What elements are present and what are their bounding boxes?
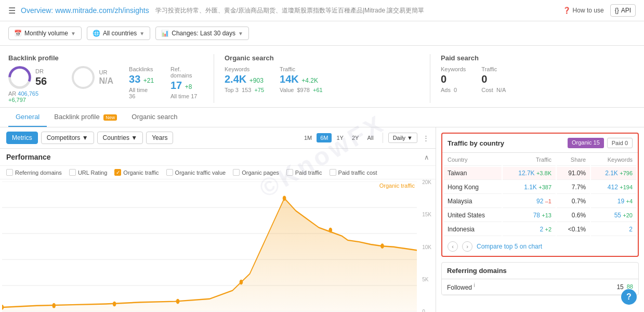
more-options-btn[interactable]: ⋮	[423, 134, 429, 142]
tab-organic-search[interactable]: Organic search	[124, 108, 185, 127]
keywords-cell: 19 +4	[591, 195, 637, 208]
share-cell: 0.6%	[557, 209, 590, 222]
ref-followed-row: Followed i 15 88	[442, 279, 638, 295]
svg-point-14	[283, 196, 286, 201]
chevron-down-icon: ▼	[71, 31, 76, 36]
how-to-use-btn[interactable]: ❓ How to use	[563, 7, 604, 14]
checkbox-paid-traffic-cost[interactable]: Paid traffic cost	[330, 169, 377, 176]
countries-btn[interactable]: Countries ▼	[97, 132, 143, 144]
performance-header: Performance ∧	[0, 149, 436, 166]
keywords-cell: 2	[591, 223, 637, 236]
prev-page-btn[interactable]: ‹	[448, 241, 458, 252]
country-cell: Indonesia	[443, 223, 502, 236]
svg-point-13	[240, 280, 243, 285]
tbc-organic-tab[interactable]: Organic 15	[568, 138, 604, 148]
question-icon: ❓	[563, 7, 571, 14]
cb-box-organic-traffic-value	[166, 169, 173, 176]
checkbox-url-rating[interactable]: URL Rating	[69, 169, 107, 176]
time-6m-btn[interactable]: 6M	[317, 133, 332, 142]
ref-domains-stat: Ref. domains 17 +8 All time 17	[170, 66, 203, 99]
backlink-stats-row: DR 56 AR 406,765 +6,797 UR N/A	[8, 66, 203, 103]
paid-search-group: Paid search Keywords 0 Ads 0 Traffic 0 C…	[441, 54, 636, 103]
backlinks-stat: Backlinks 33 +21 All time 36	[129, 66, 155, 99]
ref-domains-header: Referring domains	[442, 263, 638, 279]
y-axis-labels: 20K 15K 10K 5K 0	[422, 179, 431, 312]
compare-chart-link[interactable]: Compare top 5 on chart	[477, 243, 542, 250]
chart-toolbar: Metrics Competitors ▼ Countries ▼ Years …	[0, 127, 436, 149]
tbc-header: Traffic by country Organic 15 Paid 0	[442, 134, 638, 153]
col-country: Country	[443, 154, 502, 166]
metric-checkboxes: Referring domains URL Rating Organic tra…	[0, 166, 436, 179]
table-row: United States 78 +13 0.6% 55 +20	[443, 209, 637, 222]
content-area: Metrics Competitors ▼ Countries ▼ Years …	[0, 127, 644, 312]
tbc-title: Traffic by country	[448, 139, 568, 147]
time-1m-btn[interactable]: 1M	[300, 133, 316, 142]
cb-box-organic-traffic	[114, 169, 121, 176]
tbc-paid-tab[interactable]: Paid 0	[607, 138, 633, 148]
traffic-cell: 2 +2	[503, 223, 556, 236]
right-panel: Traffic by country Organic 15 Paid 0 Cou…	[436, 127, 644, 312]
dr-stat: DR 56 AR 406,765 +6,797	[8, 66, 56, 103]
ref-followed-label: Followed i	[447, 282, 616, 291]
collapse-btn[interactable]: ∧	[424, 153, 429, 161]
years-btn[interactable]: Years	[146, 132, 173, 144]
svg-point-11	[113, 302, 116, 307]
filter-bar: 📅 Monthly volume ▼ 🌐 All countries ▼ 📊 C…	[0, 21, 644, 46]
nav-right: ❓ How to use {} API	[563, 4, 636, 17]
tab-backlink-profile[interactable]: Backlink profile New	[47, 108, 124, 127]
next-page-btn[interactable]: ›	[462, 241, 472, 252]
table-row: Taiwan 12.7K +3.8K 91.0% 2.1K +796	[443, 167, 637, 180]
checkbox-organic-pages[interactable]: Organic pages	[233, 169, 279, 176]
traffic-cell: 92 –1	[503, 195, 556, 208]
organic-traffic-chart-label: Organic traffic	[379, 183, 415, 189]
keywords-cell: 412 +194	[591, 181, 637, 194]
cb-box-referring	[6, 169, 13, 176]
dr-donut-chart	[8, 66, 31, 89]
monthly-volume-filter[interactable]: 📅 Monthly volume ▼	[8, 27, 82, 40]
chevron-down-icon: ▼	[407, 135, 413, 141]
page-title: Overview: www.mitrade.com/zh/insights	[21, 6, 149, 15]
svg-point-12	[176, 299, 180, 304]
page-subtitle: 学习投资比特常、外匯、黄金/原油商品期货、道瓊斯股票指数等近百種產品|Mitra…	[155, 6, 563, 15]
tab-general[interactable]: General	[8, 108, 47, 127]
metrics-btn[interactable]: Metrics	[6, 132, 38, 144]
countries-filter[interactable]: 🌐 All countries ▼	[87, 27, 150, 40]
cb-box-url-rating	[69, 169, 76, 176]
organic-search-group: Organic search Keywords 2.4K +903 Top 3 …	[225, 54, 419, 103]
daily-btn[interactable]: Daily ▼	[388, 133, 417, 143]
time-range-buttons: 1M 6M 1Y 2Y All	[300, 133, 377, 142]
tbc-tabs: Organic 15 Paid 0	[568, 138, 633, 148]
chevron-down-icon: ▼	[82, 134, 88, 141]
country-cell: United States	[443, 209, 502, 222]
changes-icon: 📊	[161, 30, 169, 37]
tbc-footer: ‹ › Compare top 5 on chart	[442, 237, 638, 256]
backlink-profile-title: Backlink profile	[8, 54, 203, 62]
dr-value-group: DR 56	[35, 68, 47, 87]
time-all-btn[interactable]: All	[363, 133, 377, 142]
api-button[interactable]: {} API	[610, 4, 636, 17]
share-cell: 91.0%	[557, 167, 590, 180]
table-row: Indonesia 2 +2 <0.1% 2	[443, 223, 637, 236]
svg-point-10	[52, 303, 56, 308]
chart-area: Metrics Competitors ▼ Countries ▼ Years …	[0, 127, 436, 312]
calendar-icon: 📅	[14, 30, 22, 37]
globe-icon: 🌐	[93, 30, 100, 37]
checkbox-organic-traffic-value[interactable]: Organic traffic value	[166, 169, 226, 176]
ur-stat: UR N/A	[72, 66, 113, 89]
cb-box-paid-traffic-cost	[330, 169, 336, 176]
top-nav: ☰ Overview: www.mitrade.com/zh/insights …	[0, 0, 644, 21]
time-2y-btn[interactable]: 2Y	[348, 133, 362, 142]
performance-title: Performance	[6, 153, 51, 161]
checkbox-organic-traffic[interactable]: Organic traffic	[114, 169, 159, 176]
backlink-profile-group: Backlink profile DR 56 AR 406,765	[8, 54, 203, 103]
checkbox-referring-domains[interactable]: Referring domains	[6, 169, 62, 176]
changes-filter[interactable]: 📊 Changes: Last 30 days ▼	[155, 27, 249, 40]
help-button[interactable]: ?	[621, 289, 637, 305]
checkbox-paid-traffic[interactable]: Paid traffic	[286, 169, 322, 176]
stats-section: Backlink profile DR 56 AR 406,765	[0, 46, 644, 108]
api-icon: {}	[615, 7, 619, 14]
cb-box-organic-pages	[233, 169, 240, 176]
hamburger-icon[interactable]: ☰	[8, 6, 16, 16]
competitors-btn[interactable]: Competitors ▼	[41, 132, 94, 144]
time-1y-btn[interactable]: 1Y	[333, 133, 347, 142]
